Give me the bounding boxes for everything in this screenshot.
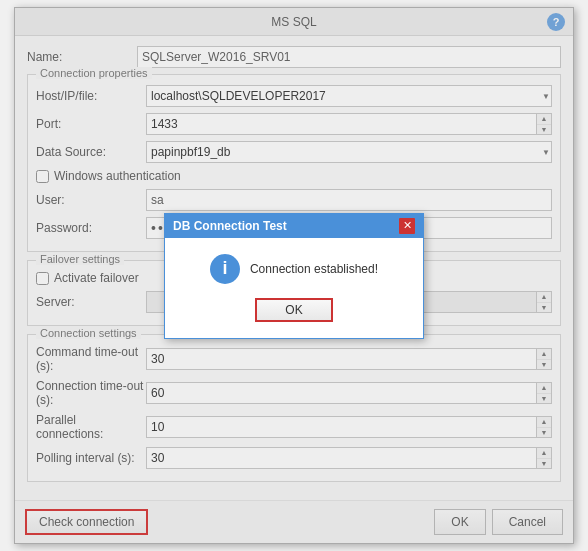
- modal-message-row: i Connection established!: [210, 254, 378, 284]
- modal-title-bar: DB Connection Test ✕: [165, 214, 423, 238]
- modal-overlay: DB Connection Test ✕ i Connection establ…: [15, 8, 573, 543]
- modal-ok-button[interactable]: OK: [255, 298, 332, 322]
- main-window: MS SQL ? Name: Connection properties Hos…: [14, 7, 574, 544]
- modal-title: DB Connection Test: [173, 219, 287, 233]
- info-icon: i: [210, 254, 240, 284]
- modal-close-button[interactable]: ✕: [399, 218, 415, 234]
- modal-body: i Connection established! OK: [165, 238, 423, 338]
- modal-message: Connection established!: [250, 262, 378, 276]
- modal-dialog: DB Connection Test ✕ i Connection establ…: [164, 213, 424, 339]
